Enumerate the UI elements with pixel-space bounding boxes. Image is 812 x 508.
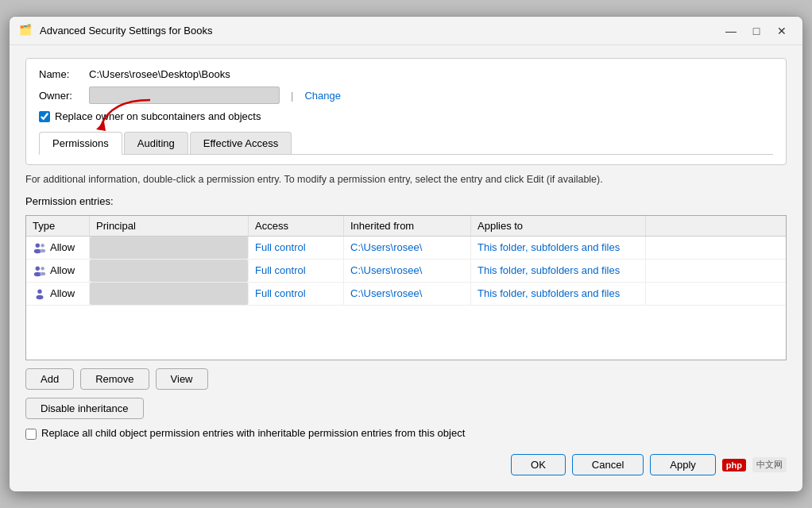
svg-point-5 [36, 266, 40, 270]
info-section: Name: C:\Users\rosee\Desktop\Books Owner… [25, 58, 787, 165]
col-applies: Applies to [471, 216, 646, 236]
replace-owner-container: Replace owner on subcontainers and objec… [39, 110, 773, 122]
col-access: Access [249, 216, 344, 236]
col-principal: Principal [90, 216, 249, 236]
replace-all-checkbox-row: Replace all child object permission entr… [25, 427, 787, 440]
row2-principal [90, 260, 249, 282]
row1-inherited: C:\Users\rosee\ [344, 237, 471, 259]
row2-type: Allow [26, 260, 90, 282]
col-inherited: Inherited from [344, 216, 471, 236]
replace-all-label: Replace all child object permission entr… [41, 427, 465, 439]
window-title: Advanced Security Settings for Books [40, 25, 720, 37]
user-icon [33, 287, 47, 301]
php-badge: php [722, 459, 746, 471]
cn-badge: 中文网 [752, 457, 787, 472]
tabs: Permissions Auditing Effective Access [39, 132, 773, 155]
cancel-button[interactable]: Cancel [572, 454, 644, 475]
replace-owner-checkbox-row: Replace owner on subcontainers and objec… [39, 110, 773, 122]
view-button[interactable]: View [156, 368, 208, 390]
table-row[interactable]: Allow Full control C:\Users\rosee\ This … [26, 283, 786, 306]
owner-label: Owner: [39, 90, 83, 102]
svg-point-7 [41, 267, 44, 271]
replace-all-checkbox[interactable] [25, 429, 37, 440]
owner-separator: | [291, 90, 293, 102]
name-label: Name: [39, 68, 83, 80]
owner-value-bar [89, 87, 280, 104]
name-value: C:\Users\rosee\Desktop\Books [89, 68, 230, 80]
tab-auditing[interactable]: Auditing [124, 132, 188, 154]
info-text: For additional information, double-click… [25, 173, 787, 187]
row1-access: Full control [249, 237, 344, 259]
svg-point-10 [37, 294, 44, 298]
disable-inheritance-button[interactable]: Disable inheritance [25, 398, 144, 419]
table-header: Type Principal Access Inherited from App… [26, 216, 786, 237]
row3-principal [90, 283, 249, 305]
svg-point-9 [37, 289, 41, 293]
svg-marker-0 [96, 121, 106, 131]
tab-permissions[interactable]: Permissions [39, 132, 122, 155]
apply-button[interactable]: Apply [650, 454, 716, 475]
row1-type: Allow [26, 237, 90, 259]
table-buttons: Add Remove View [25, 368, 787, 390]
window: 🗂️ Advanced Security Settings for Books … [9, 16, 803, 492]
svg-point-4 [40, 248, 45, 252]
disable-inheritance-row: Disable inheritance [25, 398, 787, 419]
tab-effective-access[interactable]: Effective Access [190, 132, 292, 154]
title-bar: 🗂️ Advanced Security Settings for Books … [10, 17, 802, 45]
row2-access: Full control [249, 260, 344, 282]
window-icon: 🗂️ [19, 24, 33, 38]
permission-entries-label: Permission entries: [25, 195, 787, 207]
add-button[interactable]: Add [25, 368, 74, 390]
title-bar-controls: ― □ ✕ [720, 21, 793, 40]
close-button[interactable]: ✕ [771, 21, 793, 40]
user-group-icon [33, 241, 47, 255]
remove-button[interactable]: Remove [80, 368, 149, 390]
user-group-icon [33, 264, 47, 278]
content-area: Name: C:\Users\rosee\Desktop\Books Owner… [10, 45, 802, 491]
replace-owner-label: Replace owner on subcontainers and objec… [55, 110, 261, 122]
maximize-button[interactable]: □ [745, 21, 768, 40]
change-link[interactable]: Change [304, 90, 341, 102]
svg-point-8 [40, 271, 45, 275]
svg-point-1 [36, 243, 40, 247]
row3-inherited: C:\Users\rosee\ [344, 283, 471, 305]
row2-inherited: C:\Users\rosee\ [344, 260, 471, 282]
permissions-section: For additional information, double-click… [25, 173, 787, 440]
row2-applies: This folder, subfolders and files [471, 260, 646, 282]
minimize-button[interactable]: ― [720, 21, 742, 40]
row1-applies: This folder, subfolders and files [471, 237, 646, 259]
row1-principal [90, 237, 249, 259]
table-row[interactable]: Allow Full control C:\Users\rosee\ This … [26, 237, 786, 260]
owner-row: Owner: | Change [39, 87, 773, 104]
row3-applies: This folder, subfolders and files [471, 283, 646, 305]
col-type: Type [26, 216, 90, 236]
dialog-buttons: OK Cancel Apply php 中文网 [25, 448, 787, 479]
permission-table: Type Principal Access Inherited from App… [25, 215, 787, 361]
row3-access: Full control [249, 283, 344, 305]
row3-type: Allow [26, 283, 90, 305]
svg-point-3 [41, 244, 44, 248]
name-row: Name: C:\Users\rosee\Desktop\Books [39, 68, 773, 80]
ok-button[interactable]: OK [511, 454, 566, 475]
table-row[interactable]: Allow Full control C:\Users\rosee\ This … [26, 260, 786, 283]
replace-owner-checkbox[interactable] [39, 111, 50, 122]
